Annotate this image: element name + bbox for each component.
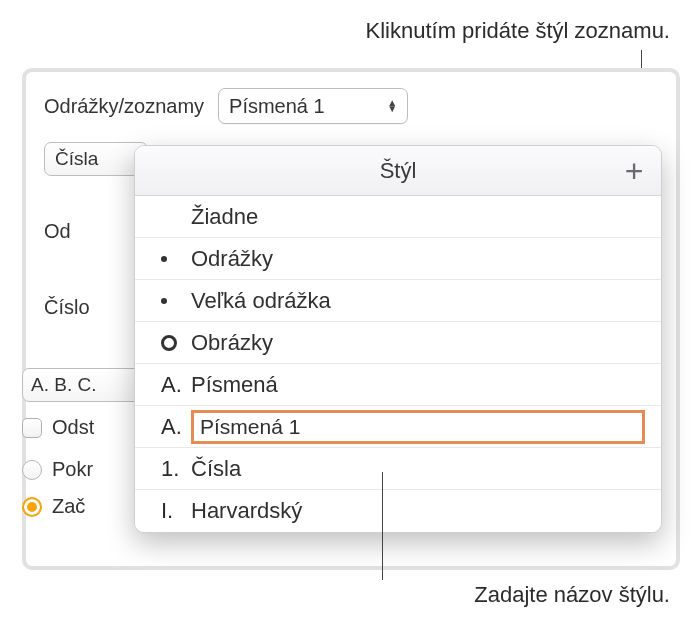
bullets-section-label: Odrážky/zoznamy: [44, 95, 204, 118]
style-item-bullets[interactable]: Odrážky: [135, 238, 661, 280]
chevron-updown-icon: ▲▼: [387, 100, 397, 112]
style-item-letters[interactable]: A. Písmená: [135, 364, 661, 406]
style-item-label: Harvardský: [191, 498, 302, 524]
style-popover: Štýl + Žiadne Odrážky Veľká odrážka Obrá…: [134, 145, 662, 533]
start-from-radio-label: Zač: [52, 495, 85, 518]
style-item-big-bullet[interactable]: Veľká odrážka: [135, 280, 661, 322]
style-name-input[interactable]: Písmená 1: [191, 410, 645, 444]
style-item-harvard[interactable]: I. Harvardský: [135, 490, 661, 532]
plus-icon: +: [625, 153, 644, 190]
style-marker-letters-1: A.: [161, 414, 191, 440]
checkbox-icon: [22, 418, 42, 438]
style-popover-title: Štýl: [380, 158, 417, 184]
style-item-label: Čísla: [191, 456, 241, 482]
style-item-images[interactable]: Obrázky: [135, 322, 661, 364]
bullets-style-dropdown-value: Písmená 1: [229, 95, 325, 118]
continue-radio-row[interactable]: Pokr: [22, 458, 93, 481]
style-item-label: Odrážky: [191, 246, 273, 272]
number-type-dropdown-value: Čísla: [55, 148, 98, 170]
radio-icon: [22, 460, 42, 480]
style-item-none[interactable]: Žiadne: [135, 196, 661, 238]
style-marker-numbers: 1.: [161, 456, 191, 482]
add-style-button[interactable]: +: [615, 152, 653, 190]
style-item-letters-1-editing[interactable]: A. Písmená 1: [135, 406, 661, 448]
tiered-checkbox-label: Odst: [52, 416, 94, 439]
style-item-numbers[interactable]: 1. Čísla: [135, 448, 661, 490]
callout-top: Kliknutím pridáte štýl zoznamu.: [366, 18, 670, 44]
start-from-radio-row[interactable]: Zač: [22, 495, 85, 518]
callout-bottom: Zadajte názov štýlu.: [474, 582, 670, 608]
bullet-circle-icon: [161, 335, 191, 351]
number-format-dropdown[interactable]: A. B. C.: [22, 368, 142, 402]
tiered-checkbox-row[interactable]: Odst: [22, 416, 94, 439]
continue-radio-label: Pokr: [52, 458, 93, 481]
style-item-label: Žiadne: [191, 204, 258, 230]
style-item-label: Písmená: [191, 372, 278, 398]
indent-label: Od: [44, 220, 71, 243]
style-marker-harvard: I.: [161, 498, 191, 524]
style-marker-letters: A.: [161, 372, 191, 398]
callout-bottom-leader: [382, 472, 383, 580]
bullets-style-dropdown[interactable]: Písmená 1 ▲▼: [218, 88, 408, 124]
style-list: Žiadne Odrážky Veľká odrážka Obrázky A. …: [135, 196, 661, 532]
bullet-dot-icon: [161, 298, 191, 304]
bullet-dot-icon: [161, 256, 191, 262]
style-item-label: Obrázky: [191, 330, 273, 356]
number-label: Číslo: [44, 296, 90, 319]
number-type-dropdown[interactable]: Čísla: [44, 142, 148, 176]
number-format-dropdown-value: A. B. C.: [31, 374, 96, 396]
radio-selected-icon: [22, 497, 42, 517]
style-item-label: Veľká odrážka: [191, 288, 331, 314]
style-popover-header: Štýl +: [135, 146, 661, 196]
